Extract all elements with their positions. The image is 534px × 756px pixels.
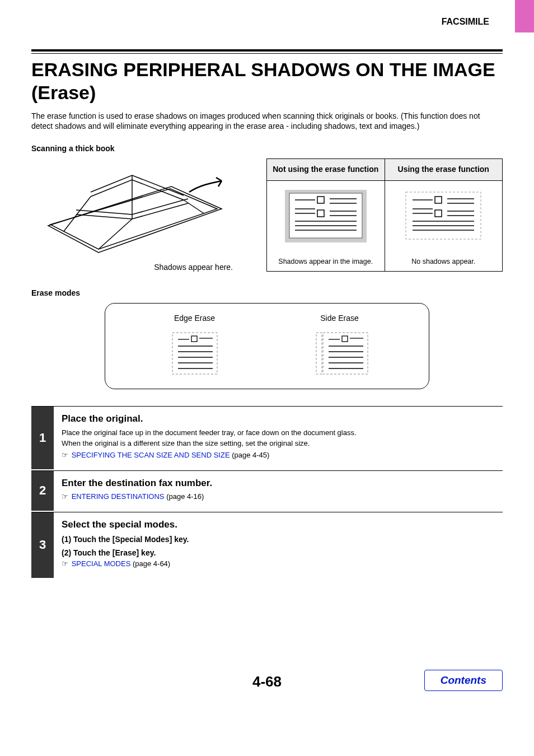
book-caption: Shadows appear here.	[31, 263, 238, 272]
thumb-no-shadow	[401, 189, 485, 244]
pointer-icon: ☞	[62, 492, 68, 501]
scan-label: Scanning a thick book	[31, 144, 503, 153]
step-2-number: 2	[31, 471, 54, 511]
step-3-number: 3	[31, 512, 54, 578]
page-title: ERASING PERIPHERAL SHADOWS ON THE IMAGE …	[31, 58, 503, 104]
rule-thick	[31, 49, 503, 52]
svg-marker-0	[48, 186, 222, 253]
step-3-sub-2: (2) Touch the [Erase] key.	[62, 548, 503, 557]
svg-rect-43	[323, 333, 368, 374]
step-2-link[interactable]: ENTERING DESTINATIONS	[72, 492, 165, 501]
step-1-line-2: When the original is a different size th…	[62, 438, 503, 449]
mode-side-label: Side Erase	[315, 314, 364, 323]
step-2-title: Enter the destination fax number.	[62, 478, 503, 489]
col1-header: Not using the erase function	[267, 159, 385, 180]
step-2-link-ref: (page 4-16)	[165, 492, 204, 501]
rule-thin	[31, 53, 503, 54]
book-scanner-illustration	[43, 158, 227, 259]
step-1-number: 1	[31, 407, 54, 469]
svg-rect-42	[316, 333, 322, 374]
mode-edge-erase: Edge Erase	[170, 314, 219, 376]
erase-modes-label: Erase modes	[31, 288, 503, 297]
step-3-title: Select the special modes.	[62, 519, 503, 530]
intro-text: The erase function is used to erase shad…	[31, 111, 503, 132]
step-1-link[interactable]: SPECIFYING THE SCAN SIZE AND SEND SIZE	[72, 451, 230, 459]
contents-button[interactable]: Contents	[424, 670, 503, 691]
mode-side-erase: Side Erase	[315, 314, 364, 376]
svg-rect-33	[172, 333, 217, 374]
col2-header: Using the erase function	[385, 159, 503, 180]
comparison-table: Not using the erase function Using the e…	[266, 158, 503, 272]
step-3-sub-1: (1) Touch the [Special Modes] key.	[62, 535, 503, 544]
mode-edge-label: Edge Erase	[170, 314, 219, 323]
step-3-link-ref: (page 4-64)	[130, 559, 170, 568]
section-tab	[515, 0, 534, 32]
step-1: 1 Place the original. Place the original…	[31, 406, 503, 469]
erase-modes-box: Edge Erase	[105, 303, 429, 389]
step-1-link-ref: (page 4-45)	[230, 451, 270, 459]
step-1-line-1: Place the original face up in the docume…	[62, 428, 503, 438]
pointer-icon: ☞	[62, 451, 68, 459]
pointer-icon: ☞	[62, 559, 68, 568]
col1-caption: Shadows appear in the image.	[278, 258, 373, 265]
step-3-link[interactable]: SPECIAL MODES	[72, 559, 131, 568]
step-1-title: Place the original.	[62, 413, 503, 424]
section-header: FACSIMILE	[0, 17, 534, 27]
step-3: 3 Select the special modes. (1) Touch th…	[31, 512, 503, 578]
col2-caption: No shadows appear.	[411, 258, 475, 265]
step-2: 2 Enter the destination fax number. ☞ EN…	[31, 470, 503, 511]
thumb-with-shadow	[284, 189, 368, 244]
